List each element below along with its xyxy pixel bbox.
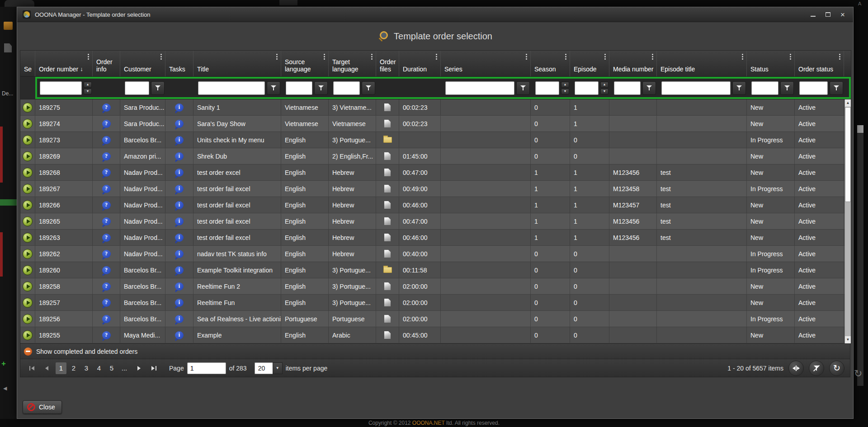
targetLanguage-filter-input[interactable] <box>333 81 360 95</box>
question-balloon-icon[interactable]: ? <box>102 152 111 160</box>
minimize-icon[interactable] <box>811 16 816 17</box>
filter-funnel-button[interactable] <box>314 81 328 95</box>
scrollbar-thumb[interactable] <box>845 107 851 202</box>
column-header-episode[interactable]: Episode <box>570 51 609 76</box>
table-row[interactable]: 189258?Barcelos Br...iReeltime Fun 2Engl… <box>20 278 851 295</box>
filter-funnel-button[interactable] <box>830 81 843 95</box>
page-number-button[interactable]: 2 <box>68 362 79 374</box>
column-header-series[interactable]: Series <box>441 51 531 76</box>
column-menu-dots-icon[interactable] <box>565 54 566 60</box>
question-balloon-icon[interactable]: ? <box>102 103 111 112</box>
column-menu-dots-icon[interactable] <box>88 54 89 60</box>
info-balloon-icon[interactable]: i <box>175 282 184 291</box>
question-balloon-icon[interactable]: ? <box>102 201 111 209</box>
document-icon[interactable] <box>384 103 391 111</box>
info-balloon-icon[interactable]: i <box>175 217 184 225</box>
info-balloon-icon[interactable]: i <box>175 331 184 339</box>
dropdown-arrow-icon[interactable]: ▼ <box>273 362 283 374</box>
page-number-button[interactable]: 4 <box>94 362 104 374</box>
column-menu-dots-icon[interactable] <box>160 54 162 60</box>
document-icon[interactable] <box>384 234 391 241</box>
info-balloon-icon[interactable]: i <box>175 266 184 274</box>
play-icon[interactable] <box>23 330 33 340</box>
play-icon[interactable] <box>23 265 33 275</box>
info-balloon-icon[interactable]: i <box>175 103 184 112</box>
mediaNumber-filter-input[interactable] <box>614 81 641 95</box>
play-icon[interactable] <box>23 184 33 194</box>
column-header-targetLanguage[interactable]: Target language <box>329 51 376 76</box>
column-menu-dots-icon[interactable] <box>839 54 840 60</box>
show-completed-toggle[interactable]: Show completed and deleted orders <box>20 344 850 359</box>
episode-filter-input[interactable] <box>575 81 599 95</box>
column-menu-dots-icon[interactable] <box>371 54 373 60</box>
document-icon[interactable] <box>384 331 391 339</box>
document-icon[interactable] <box>384 120 391 127</box>
info-balloon-icon[interactable]: i <box>175 120 184 128</box>
question-balloon-icon[interactable]: ? <box>102 120 111 128</box>
column-header-sourceLanguage[interactable]: Source language <box>281 51 329 76</box>
column-menu-dots-icon[interactable] <box>604 54 606 60</box>
document-icon[interactable] <box>384 282 391 290</box>
column-header-orderNumber[interactable]: Order number↓ <box>35 51 93 76</box>
column-menu-dots-icon[interactable] <box>324 54 325 60</box>
play-icon[interactable] <box>23 103 33 113</box>
question-balloon-icon[interactable]: ? <box>102 315 111 323</box>
table-row[interactable]: 189265?Nadav Prod...itest order fail exc… <box>20 213 851 230</box>
play-icon[interactable] <box>23 216 33 226</box>
info-balloon-icon[interactable]: i <box>175 234 184 242</box>
column-menu-dots-icon[interactable] <box>790 54 791 60</box>
page-number-input[interactable] <box>187 362 226 374</box>
filter-funnel-button[interactable] <box>516 81 530 95</box>
play-icon[interactable] <box>23 233 33 243</box>
column-header-orderStatus[interactable]: Order status <box>795 51 844 76</box>
close-button[interactable]: Close <box>23 400 62 414</box>
table-row[interactable]: 189269?Amazon pri...iShrek DubEnglish2) … <box>20 148 851 164</box>
page-number-button[interactable]: 1 <box>56 362 66 374</box>
clear-filters-button[interactable] <box>809 361 824 376</box>
filter-funnel-button[interactable] <box>780 81 794 95</box>
filter-funnel-button[interactable] <box>362 81 375 95</box>
orderNumber-filter-input[interactable] <box>40 81 82 95</box>
fit-columns-button[interactable] <box>788 361 804 376</box>
play-icon[interactable] <box>23 314 33 324</box>
spinner-up-icon[interactable]: ▲ <box>84 82 92 88</box>
column-header-episodeTitle[interactable]: Episode title <box>657 51 747 76</box>
table-row[interactable]: 189266?Nadav Prod...itest order fail exc… <box>20 197 851 213</box>
customer-filter-input[interactable] <box>125 81 149 95</box>
column-header-duration[interactable]: Duration <box>399 51 441 76</box>
spinner-up-icon[interactable]: ▲ <box>600 82 609 88</box>
column-header-orderInfo[interactable]: Order info <box>93 51 120 76</box>
last-page-button[interactable] <box>148 362 160 374</box>
document-icon[interactable] <box>384 217 391 225</box>
question-balloon-icon[interactable]: ? <box>102 331 111 339</box>
spinner-up-icon[interactable]: ▲ <box>561 82 569 88</box>
spinner-down-icon[interactable]: ▼ <box>600 89 609 94</box>
page-number-button[interactable]: 3 <box>81 362 92 374</box>
folder-icon[interactable] <box>383 137 392 143</box>
season-filter-input[interactable] <box>535 81 559 95</box>
question-balloon-icon[interactable]: ? <box>102 234 111 242</box>
column-header-mediaNumber[interactable]: Media number <box>609 51 657 76</box>
page-ellipsis-button[interactable]: ... <box>119 362 130 374</box>
table-row[interactable]: 189256?Barcelos Br...iSea of Realness - … <box>20 311 851 327</box>
table-row[interactable]: 189257?Barcelos Br...iReeltime FunEnglis… <box>20 295 851 311</box>
column-header-se[interactable]: Se <box>20 51 35 76</box>
table-row[interactable]: 189262?Nadav Prod...inadav test TK statu… <box>20 246 851 262</box>
column-header-title[interactable]: Title <box>193 51 281 76</box>
spinner-down-icon[interactable]: ▼ <box>84 89 92 94</box>
question-balloon-icon[interactable]: ? <box>102 217 111 225</box>
filter-funnel-button[interactable] <box>732 81 746 95</box>
info-balloon-icon[interactable]: i <box>175 185 184 193</box>
play-icon[interactable] <box>23 249 33 259</box>
question-balloon-icon[interactable]: ? <box>102 282 111 291</box>
first-page-button[interactable] <box>26 362 38 374</box>
scroll-down-icon[interactable]: ▼ <box>845 336 851 343</box>
column-header-season[interactable]: Season <box>531 51 570 76</box>
spinner-down-icon[interactable]: ▼ <box>561 89 569 94</box>
info-balloon-icon[interactable]: i <box>175 201 184 209</box>
column-menu-dots-icon[interactable] <box>526 54 527 60</box>
column-header-status[interactable]: Status <box>747 51 795 76</box>
table-row[interactable]: 189267?Nadav Prod...itest order fail exc… <box>20 181 851 197</box>
column-menu-dots-icon[interactable] <box>742 54 743 60</box>
info-balloon-icon[interactable]: i <box>175 152 184 160</box>
